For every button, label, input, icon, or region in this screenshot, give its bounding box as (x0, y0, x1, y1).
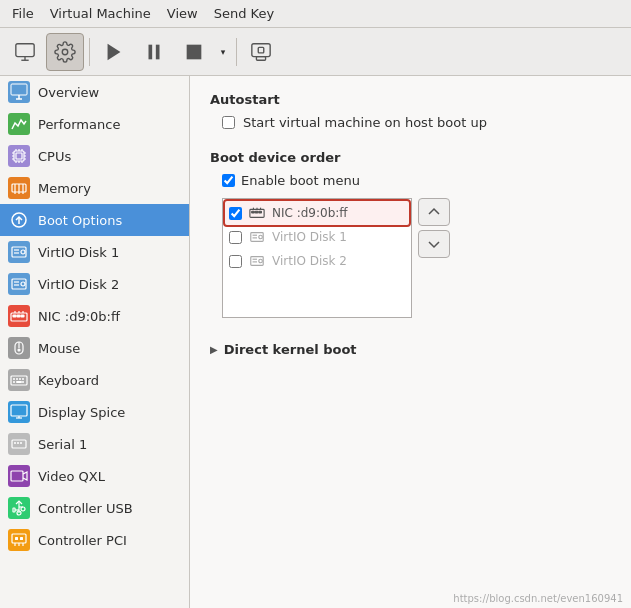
svg-rect-84 (252, 211, 255, 213)
controller-pci-icon (8, 529, 30, 551)
sidebar-item-controller-pci[interactable]: Controller PCI (0, 524, 189, 556)
toolbar-separator-1 (89, 38, 90, 66)
sidebar-item-controller-usb[interactable]: Controller USB (0, 492, 189, 524)
svg-point-95 (259, 259, 263, 263)
boot-device-row-disk2[interactable]: VirtIO Disk 2 (225, 249, 409, 273)
sidebar-label-controller-usb: Controller USB (38, 501, 133, 516)
svg-rect-81 (15, 537, 18, 540)
sidebar-item-performance[interactable]: Performance (0, 108, 189, 140)
sidebar-item-keyboard[interactable]: Keyboard (0, 364, 189, 396)
enable-boot-menu-label: Enable boot menu (241, 173, 360, 188)
monitor-button[interactable] (6, 33, 44, 71)
boot-device-row-nic[interactable]: NIC :d9:0b:ff (225, 201, 409, 225)
toolbar: ▾ (0, 28, 631, 76)
enable-boot-menu-checkbox[interactable] (222, 174, 235, 187)
sidebar-label-memory: Memory (38, 181, 91, 196)
svg-point-42 (21, 282, 25, 286)
virtio-disk-2-icon (8, 273, 30, 295)
menu-virtual-machine[interactable]: Virtual Machine (42, 4, 159, 23)
sidebar-item-video-qxl[interactable]: Video QXL (0, 460, 189, 492)
sidebar-item-boot-options[interactable]: Boot Options (0, 204, 189, 236)
svg-point-38 (21, 250, 25, 254)
direct-kernel-section: ▶ Direct kernel boot (210, 338, 611, 361)
svg-rect-10 (258, 47, 264, 53)
sidebar-item-virtio-disk-2[interactable]: VirtIO Disk 2 (0, 268, 189, 300)
direct-kernel-arrow: ▶ (210, 344, 218, 355)
boot-down-button[interactable] (418, 230, 450, 258)
svg-rect-66 (12, 440, 26, 448)
stop-button[interactable] (175, 33, 213, 71)
svg-rect-41 (12, 279, 26, 289)
cpus-icon (8, 145, 30, 167)
sidebar-item-cpus[interactable]: CPUs (0, 140, 189, 172)
sidebar-label-performance: Performance (38, 117, 120, 132)
boot-nic-icon (248, 204, 266, 222)
main-layout: Overview Performance CPUs (0, 76, 631, 608)
sidebar-item-memory[interactable]: Memory (0, 172, 189, 204)
serial-1-icon (8, 433, 30, 455)
svg-rect-82 (20, 537, 23, 540)
autostart-label: Start virtual machine on host boot up (243, 115, 487, 130)
toolbar-separator-2 (236, 38, 237, 66)
video-qxl-icon (8, 465, 30, 487)
svg-rect-37 (12, 247, 26, 257)
svg-rect-6 (156, 44, 160, 59)
screenshot-button[interactable] (242, 33, 280, 71)
sidebar-item-display-spice[interactable]: Display Spice (0, 396, 189, 428)
mouse-icon (8, 337, 30, 359)
direct-kernel-title: Direct kernel boot (224, 342, 357, 357)
memory-icon (8, 177, 30, 199)
sidebar-label-mouse: Mouse (38, 341, 80, 356)
boot-device-disk1-checkbox[interactable] (229, 231, 242, 244)
boot-options-icon (8, 209, 30, 231)
sidebar-item-overview[interactable]: Overview (0, 76, 189, 108)
svg-rect-15 (16, 153, 22, 159)
boot-order-section: Boot device order Enable boot menu (210, 150, 611, 318)
menu-view[interactable]: View (159, 4, 206, 23)
stop-dropdown[interactable]: ▾ (215, 33, 231, 71)
settings-button[interactable] (46, 33, 84, 71)
boot-device-disk2-checkbox[interactable] (229, 255, 242, 268)
pause-button[interactable] (135, 33, 173, 71)
svg-rect-90 (251, 233, 263, 242)
svg-rect-5 (149, 44, 153, 59)
sidebar-label-video-qxl: Video QXL (38, 469, 105, 484)
enable-boot-row: Enable boot menu (222, 173, 611, 188)
boot-up-button[interactable] (418, 198, 450, 226)
menu-send-key[interactable]: Send Key (206, 4, 282, 23)
svg-rect-0 (16, 43, 34, 56)
sidebar-label-boot-options: Boot Options (38, 213, 122, 228)
sidebar: Overview Performance CPUs (0, 76, 190, 608)
svg-rect-46 (13, 315, 16, 317)
svg-rect-7 (187, 44, 202, 59)
sidebar-item-serial-1[interactable]: Serial 1 (0, 428, 189, 460)
menubar: File Virtual Machine View Send Key (0, 0, 631, 28)
sidebar-label-keyboard: Keyboard (38, 373, 99, 388)
boot-device-nic-checkbox[interactable] (229, 207, 242, 220)
direct-kernel-header[interactable]: ▶ Direct kernel boot (210, 338, 611, 361)
boot-device-disk2-label: VirtIO Disk 2 (272, 254, 347, 268)
sidebar-label-overview: Overview (38, 85, 99, 100)
boot-device-nic-label: NIC :d9:0b:ff (272, 206, 348, 220)
sidebar-item-virtio-disk-1[interactable]: VirtIO Disk 1 (0, 236, 189, 268)
svg-rect-75 (13, 508, 15, 512)
sidebar-label-serial-1: Serial 1 (38, 437, 87, 452)
boot-arrows (418, 198, 450, 318)
autostart-section: Autostart Start virtual machine on host … (210, 92, 611, 130)
sidebar-label-controller-pci: Controller PCI (38, 533, 127, 548)
autostart-checkbox[interactable] (222, 116, 235, 129)
sidebar-item-nic[interactable]: NIC :d9:0b:ff (0, 300, 189, 332)
controller-usb-icon (8, 497, 30, 519)
virtio-disk-1-icon (8, 241, 30, 263)
boot-device-row-disk1[interactable]: VirtIO Disk 1 (225, 225, 409, 249)
boot-disk1-icon (248, 228, 266, 246)
play-button[interactable] (95, 33, 133, 71)
svg-rect-48 (21, 315, 24, 317)
boot-device-disk1-label: VirtIO Disk 1 (272, 230, 347, 244)
svg-rect-85 (255, 211, 258, 213)
sidebar-item-mouse[interactable]: Mouse (0, 332, 189, 364)
sidebar-label-nic: NIC :d9:0b:ff (38, 309, 120, 324)
boot-device-container: NIC :d9:0b:ff Vir (222, 198, 611, 318)
autostart-title: Autostart (210, 92, 611, 107)
menu-file[interactable]: File (4, 4, 42, 23)
